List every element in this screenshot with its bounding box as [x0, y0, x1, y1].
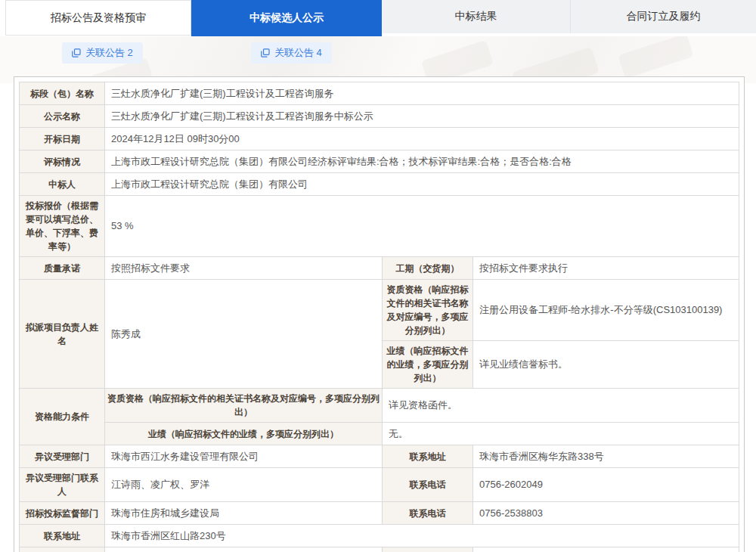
field-label-publicity-end: 公示结束日期 — [383, 547, 473, 552]
field-value-objection-dept: 珠海市西江水务建设管理有限公司 — [105, 445, 383, 468]
related-notice-button-4[interactable]: 关联公告 4 — [251, 42, 332, 64]
field-value-quality: 按照招标文件要求 — [105, 257, 383, 280]
field-label-objection-contact: 异议受理部门联系人 — [20, 468, 105, 502]
field-label-capability-qualification: 资质资格（响应招标文件的相关证书名称及对应编号，多项应分别列出） — [105, 389, 383, 423]
table-row: 投标报价（根据需要可以填写总价、单价、下浮率、费率等） 53 % — [20, 196, 739, 257]
table-row: 拟派项目负责人姓名 陈秀成 资质资格（响应招标文件的相关证书名称及对应编号，多项… — [20, 280, 739, 341]
field-label-evaluation: 评标情况 — [20, 150, 105, 173]
table-row: 业绩（响应招标文件的业绩，多项应分别列出） 无。 — [20, 423, 739, 445]
field-value-objection-phone: 0756-2602049 — [473, 468, 739, 502]
field-label-quality: 质量承诺 — [20, 257, 105, 280]
copy-icon — [72, 48, 81, 57]
table-row: 公示开始时间 2024年12月18日 公示结束日期 2024年12月24日 — [20, 547, 739, 552]
field-label-contact-addr: 联系地址 — [20, 525, 105, 547]
field-value-notice-name: 三灶水质净化厂扩建(三期)工程设计及工程咨询服务中标公示 — [105, 105, 739, 128]
field-value-supervision-dept: 珠海市住房和城乡建设局 — [105, 502, 383, 525]
field-label-pm-performance: 业绩（响应招标文件的业绩，多项应分别列出） — [383, 341, 473, 389]
field-value-capability-qualification: 详见资格函件。 — [383, 389, 739, 423]
field-label-duration: 工期（交货期） — [383, 257, 473, 280]
field-value-pm-qualification: 注册公用设备工程师-给水排水-不分等级(CS103100139) — [473, 280, 739, 341]
tab-label: 中标候选人公示 — [249, 11, 324, 25]
field-label-section-name: 标段（包）名称 — [20, 82, 105, 105]
field-value-supervision-phone: 0756-2538803 — [473, 502, 739, 525]
field-label-objection-phone: 联系电话 — [383, 468, 473, 502]
table-row: 招标投标监督部门 珠海市住房和城乡建设局 联系电话 0756-2538803 — [20, 502, 739, 525]
field-value-duration: 按招标文件要求执行 — [473, 257, 739, 280]
tab-label: 合同订立及履约 — [627, 10, 701, 23]
tab-bar: 招标公告及资格预审 中标候选人公示 中标结果 合同订立及履约 — [0, 0, 756, 36]
field-value-contact-addr: 珠海市香洲区红山路230号 — [105, 525, 739, 547]
field-value-bid-open-date: 2024年12月12日 09时30分00 — [105, 128, 739, 150]
tab-winning-candidate-publicity[interactable]: 中标候选人公示 — [191, 0, 382, 36]
field-value-objection-addr: 珠海市香洲区梅华东路338号 — [473, 445, 739, 468]
field-value-winner: 上海市政工程设计研究总院（集团）有限公司 — [105, 173, 739, 196]
related-notice-button-2[interactable]: 关联公告 2 — [62, 42, 143, 64]
field-value-section-name: 三灶水质净化厂扩建(三期)工程设计及工程咨询服务 — [105, 82, 739, 105]
field-label-pm-qualification: 资质资格（响应招标文件的相关证书名称及对应编号，多项应分别列出） — [383, 280, 473, 341]
bid-result-detail-table: 标段（包）名称 三灶水质净化厂扩建(三期)工程设计及工程咨询服务 公示名称 三灶… — [14, 76, 745, 552]
field-value-publicity-end: 2024年12月24日 — [473, 547, 739, 552]
field-label-capability-performance: 业绩（响应招标文件的业绩，多项应分别列出） — [105, 423, 383, 445]
field-value-objection-contact: 江诗雨、凌广权、罗洋 — [105, 468, 383, 502]
table-row: 质量承诺 按照招标文件要求 工期（交货期） 按招标文件要求执行 — [20, 257, 739, 280]
field-value-publicity-start: 2024年12月18日 — [105, 547, 383, 552]
table-row: 公示名称 三灶水质净化厂扩建(三期)工程设计及工程咨询服务中标公示 — [20, 105, 739, 128]
table-row: 异议受理部门联系人 江诗雨、凌广权、罗洋 联系电话 0756-2602049 — [20, 468, 739, 502]
field-value-evaluation: 上海市政工程设计研究总院（集团）有限公司经济标评审结果:合格；技术标评审结果:合… — [105, 150, 739, 173]
field-label-supervision-phone: 联系电话 — [383, 502, 473, 525]
field-value-bid-price: 53 % — [105, 196, 739, 257]
field-label-supervision-dept: 招标投标监督部门 — [20, 502, 105, 525]
field-value-capability-performance: 无。 — [383, 423, 739, 445]
field-label-bid-price: 投标报价（根据需要可以填写总价、单价、下浮率、费率等） — [20, 196, 105, 257]
table-row: 标段（包）名称 三灶水质净化厂扩建(三期)工程设计及工程咨询服务 — [20, 82, 739, 105]
tab-label: 招标公告及资格预审 — [51, 11, 146, 25]
field-label-project-manager: 拟派项目负责人姓名 — [20, 280, 105, 389]
tab-winning-result[interactable]: 中标结果 — [382, 0, 571, 33]
field-label-bid-open-date: 开标日期 — [20, 128, 105, 150]
tab-contract-performance[interactable]: 合同订立及履约 — [571, 0, 756, 33]
table-row: 联系地址 珠海市香洲区红山路230号 — [20, 525, 739, 547]
tab-label: 中标结果 — [455, 10, 497, 23]
field-label-capability: 资格能力条件 — [20, 389, 105, 445]
table-row: 中标人 上海市政工程设计研究总院（集团）有限公司 — [20, 173, 739, 196]
field-label-winner: 中标人 — [20, 173, 105, 196]
table-row: 异议受理部门 珠海市西江水务建设管理有限公司 联系地址 珠海市香洲区梅华东路33… — [20, 445, 739, 468]
table-row: 资格能力条件 资质资格（响应招标文件的相关证书名称及对应编号，多项应分别列出） … — [20, 389, 739, 423]
copy-icon — [261, 48, 270, 57]
field-value-project-manager: 陈秀成 — [105, 280, 383, 389]
field-value-pm-performance: 详见业绩信誉标书。 — [473, 341, 739, 389]
field-label-objection-dept: 异议受理部门 — [20, 445, 105, 468]
field-label-publicity-start: 公示开始时间 — [20, 547, 105, 552]
related-notice-label: 关联公告 4 — [274, 46, 322, 60]
tab-tender-announcement[interactable]: 招标公告及资格预审 — [5, 0, 191, 36]
related-notice-label: 关联公告 2 — [85, 46, 133, 60]
table-row: 开标日期 2024年12月12日 09时30分00 — [20, 128, 739, 150]
field-label-notice-name: 公示名称 — [20, 105, 105, 128]
table-row: 评标情况 上海市政工程设计研究总院（集团）有限公司经济标评审结果:合格；技术标评… — [20, 150, 739, 173]
field-label-objection-addr: 联系地址 — [383, 445, 473, 468]
